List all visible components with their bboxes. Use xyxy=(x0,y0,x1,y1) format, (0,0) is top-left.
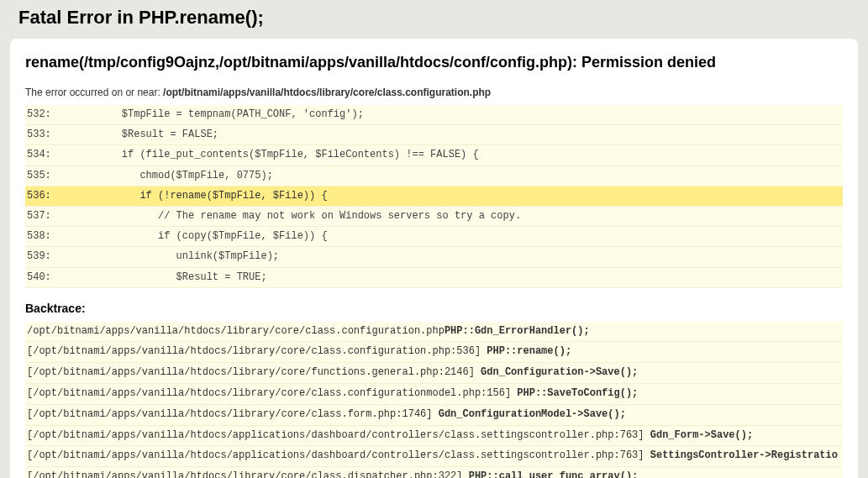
backtrace-line: [/opt/bitnami/apps/vanilla/htdocs/applic… xyxy=(25,446,843,467)
line-text: // The rename may not work on Windows se… xyxy=(67,210,521,222)
code-line: 533: $Result = FALSE; xyxy=(25,125,843,145)
backtrace-call: Gdn_ConfigurationModel->Save(); xyxy=(439,408,626,420)
line-text: if (copy($TmpFile, $File)) { xyxy=(67,230,328,242)
line-number: 540: xyxy=(27,270,67,286)
backtrace-location: [/opt/bitnami/apps/vanilla/htdocs/librar… xyxy=(27,366,481,378)
code-line: 534: if (file_put_contents($TmpFile, $Fi… xyxy=(25,145,843,165)
backtrace-heading: Backtrace: xyxy=(25,302,843,315)
line-text: unlink($TmpFile); xyxy=(67,250,279,262)
backtrace-line: [/opt/bitnami/apps/vanilla/htdocs/librar… xyxy=(25,384,843,405)
backtrace-line: /opt/bitnami/apps/vanilla/htdocs/library… xyxy=(25,322,843,343)
line-text: $TmpFile = tempnam(PATH_CONF, 'config'); xyxy=(67,108,364,120)
code-line: 538: if (copy($TmpFile, $File)) { xyxy=(25,227,843,247)
line-text: if (!rename($TmpFile, $File)) { xyxy=(67,190,328,202)
location-path: /opt/bitnami/apps/vanilla/htdocs/library… xyxy=(163,87,491,98)
code-line: 536: if (!rename($TmpFile, $File)) { xyxy=(25,186,843,207)
backtrace-location: [/opt/bitnami/apps/vanilla/htdocs/librar… xyxy=(27,345,487,357)
backtrace-line: [/opt/bitnami/apps/vanilla/htdocs/librar… xyxy=(25,405,843,426)
code-line: 539: unlink($TmpFile); xyxy=(25,247,843,267)
page-title: Fatal Error in PHP.rename(); xyxy=(0,0,868,39)
backtrace-location: [/opt/bitnami/apps/vanilla/htdocs/applic… xyxy=(27,449,650,461)
backtrace-line: [/opt/bitnami/apps/vanilla/htdocs/librar… xyxy=(25,467,843,478)
backtrace-location: [/opt/bitnami/apps/vanilla/htdocs/librar… xyxy=(27,387,517,399)
code-line: 535: chmod($TmpFile, 0775); xyxy=(25,166,843,186)
line-number: 535: xyxy=(27,168,67,184)
line-text: chmod($TmpFile, 0775); xyxy=(67,170,273,181)
line-number: 537: xyxy=(27,208,67,224)
line-number: 533: xyxy=(27,127,67,143)
backtrace-call: Gdn_Form->Save(); xyxy=(650,429,753,441)
line-text: $Result = TRUE; xyxy=(67,271,267,283)
code-line: 537: // The rename may not work on Windo… xyxy=(25,207,843,227)
backtrace-call: PHP::rename(); xyxy=(487,345,571,357)
backtrace-location: [/opt/bitnami/apps/vanilla/htdocs/librar… xyxy=(27,408,439,420)
error-heading: rename(/tmp/config9Oajnz,/opt/bitnami/ap… xyxy=(25,54,843,71)
error-panel: rename(/tmp/config9Oajnz,/opt/bitnami/ap… xyxy=(10,39,858,478)
line-number: 536: xyxy=(27,188,67,204)
backtrace-location: [/opt/bitnami/apps/vanilla/htdocs/applic… xyxy=(27,429,650,441)
backtrace-line: [/opt/bitnami/apps/vanilla/htdocs/librar… xyxy=(25,342,843,363)
line-number: 534: xyxy=(27,147,67,163)
backtrace-location: /opt/bitnami/apps/vanilla/htdocs/library… xyxy=(27,325,445,337)
source-snippet: 532: $TmpFile = tempnam(PATH_CONF, 'conf… xyxy=(25,105,843,288)
backtrace-call: PHP::SaveToConfig(); xyxy=(517,387,638,399)
line-text: $Result = FALSE; xyxy=(67,129,218,140)
code-line: 532: $TmpFile = tempnam(PATH_CONF, 'conf… xyxy=(25,105,843,125)
backtrace-call: PHP::call_user_func_array(); xyxy=(469,470,639,478)
line-number: 532: xyxy=(27,107,67,123)
backtrace-location: [/opt/bitnami/apps/vanilla/htdocs/librar… xyxy=(27,470,469,478)
backtrace-list: /opt/bitnami/apps/vanilla/htdocs/library… xyxy=(25,322,843,478)
backtrace-call: PHP::Gdn_ErrorHandler(); xyxy=(445,325,590,337)
backtrace-call: Gdn_Configuration->Save(); xyxy=(481,366,638,378)
error-location: The error occurred on or near: /opt/bitn… xyxy=(25,87,843,98)
backtrace-line: [/opt/bitnami/apps/vanilla/htdocs/librar… xyxy=(25,363,843,384)
line-number: 539: xyxy=(27,249,67,265)
line-text: if (file_put_contents($TmpFile, $FileCon… xyxy=(67,149,479,160)
line-number: 538: xyxy=(27,228,67,244)
location-prefix: The error occurred on or near: xyxy=(25,87,163,98)
backtrace-call: SettingsController->Registratio xyxy=(650,449,838,461)
code-line: 540: $Result = TRUE; xyxy=(25,268,843,288)
backtrace-line: [/opt/bitnami/apps/vanilla/htdocs/applic… xyxy=(25,426,843,447)
